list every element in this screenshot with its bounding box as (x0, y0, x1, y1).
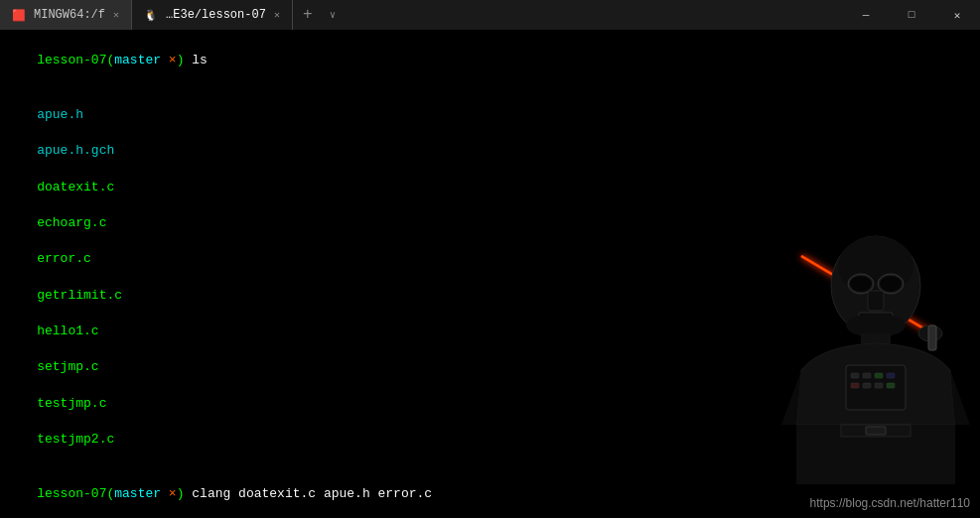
svg-rect-17 (863, 373, 871, 378)
file-echoarg: echoarg.c (37, 215, 106, 230)
svg-rect-19 (887, 373, 895, 378)
svg-rect-26 (866, 427, 886, 435)
file-getrlimit: getrlimit.c (37, 288, 122, 303)
tab-icon-mingw64: 🟥 (12, 9, 26, 22)
file-setjmp: setjmp.c (37, 359, 98, 374)
terminal-area[interactable]: lesson-07(master ×) ls apue.h apue.h.gch… (0, 30, 980, 518)
new-tab-button[interactable]: + (293, 0, 323, 30)
cmd-3: clang doatexit.c apue.h error.c (192, 486, 432, 501)
watermark: https://blog.csdn.net/hatter110 (810, 496, 970, 510)
file-error: error.c (37, 251, 91, 266)
svg-rect-20 (851, 383, 859, 388)
cmd-1: ls (192, 53, 208, 67)
tab-close-mingw64[interactable]: ✕ (113, 9, 119, 21)
file-apue-h: apue.h (37, 107, 83, 122)
file-testjmp: testjmp.c (37, 396, 106, 411)
svg-rect-21 (863, 383, 871, 388)
svg-rect-22 (875, 383, 883, 388)
svg-rect-28 (928, 325, 936, 350)
terminal-line-1: lesson-07(master ×) ls (6, 34, 974, 88)
titlebar: 🟥 MINGW64:/f ✕ 🐧 …E3e/lesson-07 ✕ + ∨ — … (0, 0, 980, 30)
svg-rect-8 (868, 291, 884, 311)
file-testjmp2: testjmp2.c (37, 432, 114, 447)
window-controls: — □ ✕ (843, 0, 980, 30)
tab-lesson07[interactable]: 🐧 …E3e/lesson-07 ✕ (132, 0, 293, 30)
svg-rect-23 (887, 383, 895, 388)
svg-rect-16 (851, 373, 859, 378)
tab-icon-lesson07: 🐧 (144, 9, 158, 22)
file-doatexit: doatexit.c (37, 180, 114, 194)
svg-point-6 (850, 276, 872, 292)
minimize-button[interactable]: — (843, 0, 889, 30)
maximize-button[interactable]: □ (889, 0, 934, 30)
tab-mingw64[interactable]: 🟥 MINGW64:/f ✕ (0, 0, 132, 30)
tab-label-lesson07: …E3e/lesson-07 (166, 8, 266, 22)
file-hello1: hello1.c (37, 324, 98, 338)
tab-label-mingw64: MINGW64:/f (34, 8, 105, 22)
darth-vader-image (781, 226, 970, 488)
file-apue-h-gch: apue.h.gch (37, 143, 114, 158)
tab-close-lesson07[interactable]: ✕ (274, 9, 280, 21)
svg-rect-18 (875, 373, 883, 378)
vader-svg (781, 226, 970, 484)
prompt-1: lesson-07(master ×) (37, 53, 192, 67)
prompt-3: lesson-07(master ×) (37, 486, 192, 501)
close-button[interactable]: ✕ (934, 0, 980, 30)
svg-point-7 (880, 276, 902, 292)
tab-dropdown-button[interactable]: ∨ (323, 0, 343, 30)
